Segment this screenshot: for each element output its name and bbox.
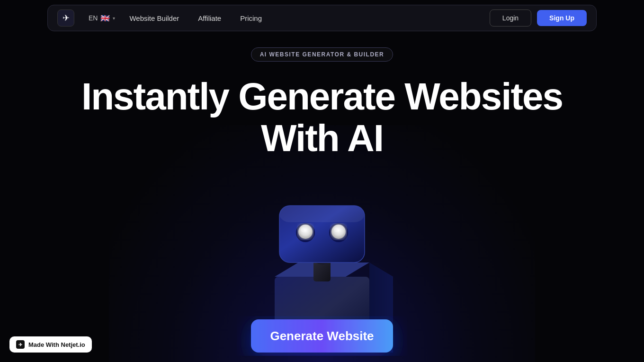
nav-links: Website Builder Affiliate Pricing [129, 14, 489, 22]
svg-point-15 [334, 227, 339, 232]
chevron-down-icon: ▾ [113, 16, 115, 21]
nav-actions: Login Sign Up [490, 9, 587, 27]
language-selector[interactable]: EN 🇬🇧 ▾ [89, 14, 115, 23]
netjet-logo-icon: ✈ [16, 340, 25, 349]
made-with-label: Made With Netjet.io [28, 341, 85, 348]
lang-flag: 🇬🇧 [100, 14, 110, 23]
robot-illustration: Generate Website [204, 135, 440, 362]
hero-section: AI WEBSITE GENERATOR & BUILDER Instantly… [0, 0, 644, 362]
nav-link-pricing[interactable]: Pricing [240, 14, 262, 22]
logo[interactable]: ✈ [57, 9, 74, 27]
svg-point-14 [331, 225, 346, 239]
robot-svg: Generate Website [223, 144, 421, 362]
nav-link-affiliate[interactable]: Affiliate [198, 14, 221, 22]
login-button[interactable]: Login [490, 9, 531, 27]
nav-link-website-builder[interactable]: Website Builder [129, 14, 179, 22]
logo-icon: ✈ [57, 9, 74, 27]
svg-point-12 [301, 227, 305, 232]
svg-text:Generate Website: Generate Website [270, 329, 374, 343]
hero-badge: AI WEBSITE GENERATOR & BUILDER [251, 47, 394, 62]
svg-point-11 [298, 225, 313, 239]
signup-button[interactable]: Sign Up [537, 10, 587, 26]
lang-code: EN [89, 14, 98, 22]
made-with-badge[interactable]: ✈ Made With Netjet.io [9, 336, 92, 353]
svg-rect-8 [279, 206, 365, 222]
navbar: ✈ EN 🇬🇧 ▾ Website Builder Affiliate Pric… [47, 5, 597, 31]
